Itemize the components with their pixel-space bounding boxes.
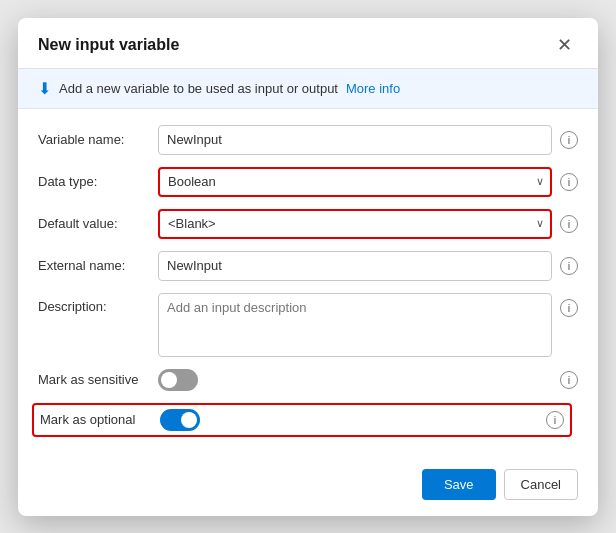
data-type-info-icon: i bbox=[560, 173, 578, 191]
variable-name-control: i bbox=[158, 125, 578, 155]
mark-optional-inner: Mark as optional i bbox=[40, 409, 564, 431]
external-name-info-icon: i bbox=[560, 257, 578, 275]
banner-text: Add a new variable to be used as input o… bbox=[59, 81, 338, 96]
external-name-label: External name: bbox=[38, 258, 158, 273]
external-name-control: i bbox=[158, 251, 578, 281]
mark-sensitive-info-icon: i bbox=[560, 371, 578, 389]
dialog-title: New input variable bbox=[38, 36, 179, 54]
sensitive-toggle-knob bbox=[161, 372, 177, 388]
description-control: i bbox=[158, 293, 578, 357]
mark-optional-highlight-box: Mark as optional i bbox=[32, 403, 572, 437]
save-button[interactable]: Save bbox=[422, 469, 496, 500]
more-info-link[interactable]: More info bbox=[346, 81, 400, 96]
info-banner: ⬇ Add a new variable to be used as input… bbox=[18, 69, 598, 109]
default-value-label: Default value: bbox=[38, 216, 158, 231]
mark-sensitive-control: i bbox=[158, 369, 578, 391]
data-type-row: Data type: Boolean Text Number Date and … bbox=[38, 167, 578, 197]
new-input-variable-dialog: New input variable ✕ ⬇ Add a new variabl… bbox=[18, 18, 598, 516]
data-type-control: Boolean Text Number Date and time List R… bbox=[158, 167, 578, 197]
mark-optional-label: Mark as optional bbox=[40, 412, 160, 427]
variable-name-label: Variable name: bbox=[38, 132, 158, 147]
default-value-info-icon: i bbox=[560, 215, 578, 233]
description-info-icon: i bbox=[560, 299, 578, 317]
description-row: Description: i bbox=[38, 293, 578, 357]
mark-sensitive-toggle[interactable] bbox=[158, 369, 198, 391]
default-value-select-wrapper: <Blank> True False ∨ bbox=[158, 209, 552, 239]
close-button[interactable]: ✕ bbox=[551, 34, 578, 56]
mark-optional-info-icon: i bbox=[546, 411, 564, 429]
external-name-row: External name: i bbox=[38, 251, 578, 281]
dialog-body: Variable name: i Data type: Boolean Text… bbox=[18, 109, 598, 457]
variable-name-row: Variable name: i bbox=[38, 125, 578, 155]
mark-sensitive-label: Mark as sensitive bbox=[38, 372, 158, 387]
default-value-select[interactable]: <Blank> True False bbox=[158, 209, 552, 239]
optional-toggle-knob bbox=[181, 412, 197, 428]
default-value-control: <Blank> True False ∨ i bbox=[158, 209, 578, 239]
mark-optional-row: Mark as optional i bbox=[38, 403, 578, 437]
optional-toggle-track[interactable] bbox=[160, 409, 200, 431]
description-label: Description: bbox=[38, 299, 158, 314]
variable-name-info-icon: i bbox=[560, 131, 578, 149]
sensitive-toggle-track[interactable] bbox=[158, 369, 198, 391]
dialog-footer: Save Cancel bbox=[18, 457, 598, 516]
data-type-select[interactable]: Boolean Text Number Date and time List R… bbox=[158, 167, 552, 197]
data-type-label: Data type: bbox=[38, 174, 158, 189]
variable-name-input[interactable] bbox=[158, 125, 552, 155]
mark-optional-toggle[interactable] bbox=[160, 409, 200, 431]
mark-sensitive-row: Mark as sensitive i bbox=[38, 369, 578, 391]
banner-icon: ⬇ bbox=[38, 79, 51, 98]
data-type-select-wrapper: Boolean Text Number Date and time List R… bbox=[158, 167, 552, 197]
cancel-button[interactable]: Cancel bbox=[504, 469, 578, 500]
external-name-input[interactable] bbox=[158, 251, 552, 281]
dialog-header: New input variable ✕ bbox=[18, 18, 598, 69]
description-textarea[interactable] bbox=[158, 293, 552, 357]
default-value-row: Default value: <Blank> True False ∨ i bbox=[38, 209, 578, 239]
mark-optional-control: i bbox=[160, 409, 564, 431]
